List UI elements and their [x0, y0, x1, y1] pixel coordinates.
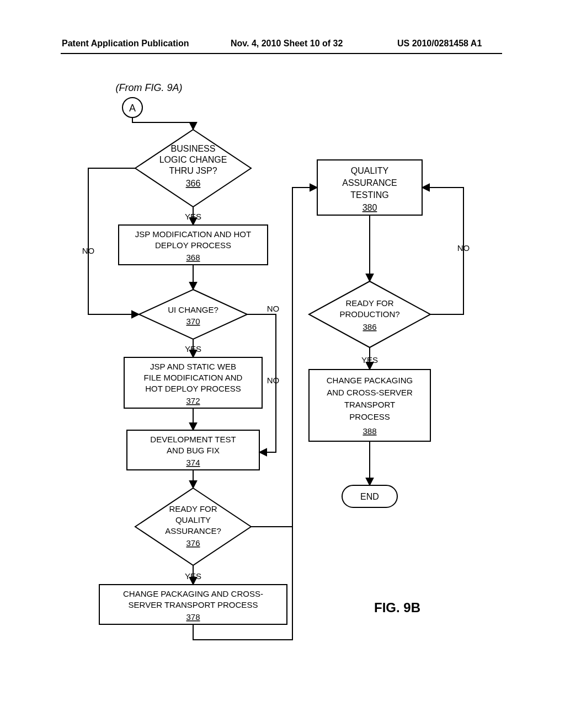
figure-label: FIG. 9B: [374, 600, 420, 615]
svg-text:YES: YES: [361, 355, 378, 365]
decision-376: READY FOR QUALITY ASSURANCE? 376: [135, 488, 251, 565]
svg-text:376: 376: [186, 538, 200, 548]
svg-text:QUALITY: QUALITY: [175, 515, 211, 524]
svg-text:LOGIC CHANGE: LOGIC CHANGE: [159, 155, 227, 164]
decision-366: BUSINESS LOGIC CHANGE THRU JSP? 366: [135, 130, 251, 207]
svg-text:370: 370: [186, 317, 200, 326]
svg-text:QUALITY: QUALITY: [351, 166, 389, 175]
svg-text:NO: NO: [457, 243, 470, 253]
header-left: Patent Application Publication: [62, 39, 189, 49]
process-374: DEVELOPMENT TEST AND BUG FIX 374: [127, 430, 259, 470]
svg-text:TESTING: TESTING: [350, 190, 388, 200]
svg-text:READY FOR: READY FOR: [345, 298, 393, 308]
svg-text:374: 374: [186, 458, 200, 467]
svg-text:CHANGE PACKAGING: CHANGE PACKAGING: [327, 376, 413, 385]
svg-text:368: 368: [186, 253, 200, 262]
header-center: Nov. 4, 2010 Sheet 10 of 32: [231, 39, 343, 49]
svg-text:ASSURANCE?: ASSURANCE?: [165, 526, 221, 536]
svg-text:NO: NO: [267, 304, 280, 313]
connector-a-label: A: [129, 103, 136, 114]
svg-text:TRANSPORT: TRANSPORT: [344, 400, 395, 409]
svg-text:366: 366: [186, 179, 201, 188]
decision-370: UI CHANGE? 370: [139, 290, 247, 339]
from-label: (From FIG. 9A): [116, 82, 183, 93]
svg-text:CHANGE PACKAGING AND CROSS-: CHANGE PACKAGING AND CROSS-: [123, 589, 263, 598]
svg-text:READY FOR: READY FOR: [169, 504, 217, 513]
svg-text:BUSINESS: BUSINESS: [171, 144, 216, 153]
svg-text:YES: YES: [185, 212, 201, 221]
svg-text:DEVELOPMENT TEST: DEVELOPMENT TEST: [150, 435, 236, 444]
process-388: CHANGE PACKAGING AND CROSS-SERVER TRANSP…: [309, 370, 430, 441]
svg-marker-13: [139, 290, 247, 339]
svg-text:THRU JSP?: THRU JSP?: [169, 166, 217, 175]
svg-text:386: 386: [363, 322, 376, 331]
svg-text:AND CROSS-SERVER: AND CROSS-SERVER: [327, 388, 413, 397]
header-right: US 2010/0281458 A1: [397, 39, 482, 49]
svg-text:END: END: [360, 492, 379, 501]
svg-text:FILE MODIFICATION AND: FILE MODIFICATION AND: [144, 373, 243, 382]
svg-text:372: 372: [186, 396, 200, 405]
svg-text:378: 378: [186, 612, 200, 622]
process-378: CHANGE PACKAGING AND CROSS- SERVER TRANS…: [99, 585, 287, 624]
svg-text:JSP AND STATIC WEB: JSP AND STATIC WEB: [150, 362, 236, 371]
svg-text:388: 388: [363, 426, 376, 436]
svg-text:YES: YES: [185, 571, 201, 581]
process-380: QUALITY ASSURANCE TESTING 380: [317, 160, 422, 215]
svg-text:YES: YES: [185, 344, 201, 354]
flowchart: (From FIG. 9A) A BUSINESS LOGIC CHANGE T…: [55, 77, 508, 711]
svg-text:SERVER TRANSPORT PROCESS: SERVER TRANSPORT PROCESS: [129, 600, 258, 609]
svg-text:HOT DEPLOY PROCESS: HOT DEPLOY PROCESS: [145, 384, 241, 393]
process-372: JSP AND STATIC WEB FILE MODIFICATION AND…: [124, 357, 262, 408]
svg-text:AND BUG FIX: AND BUG FIX: [167, 446, 220, 455]
svg-text:NO: NO: [267, 376, 280, 385]
svg-text:JSP MODIFICATION AND HOT: JSP MODIFICATION AND HOT: [135, 229, 251, 239]
terminator-end: END: [342, 485, 397, 507]
svg-text:ASSURANCE: ASSURANCE: [342, 178, 397, 188]
svg-text:DEPLOY PROCESS: DEPLOY PROCESS: [155, 240, 231, 250]
svg-text:PRODUCTION?: PRODUCTION?: [339, 309, 399, 319]
svg-text:NO: NO: [82, 246, 95, 255]
svg-text:PROCESS: PROCESS: [349, 412, 390, 421]
decision-386: READY FOR PRODUCTION? 386: [309, 281, 430, 347]
svg-text:UI CHANGE?: UI CHANGE?: [168, 305, 218, 314]
header-rule: [61, 53, 502, 54]
process-368: JSP MODIFICATION AND HOT DEPLOY PROCESS …: [119, 225, 268, 265]
svg-text:380: 380: [363, 203, 377, 212]
